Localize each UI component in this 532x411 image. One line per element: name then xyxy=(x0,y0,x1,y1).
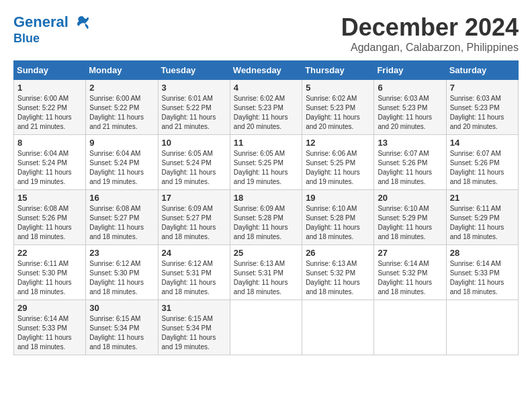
day-info: Sunrise: 6:03 AM Sunset: 5:23 PM Dayligh… xyxy=(378,94,442,132)
month-title: December 2024 xyxy=(341,13,519,42)
day-info: Sunrise: 6:07 AM Sunset: 5:26 PM Dayligh… xyxy=(450,149,515,187)
calendar-week-5: 29Sunrise: 6:14 AM Sunset: 5:33 PM Dayli… xyxy=(14,300,519,355)
day-info: Sunrise: 6:10 AM Sunset: 5:28 PM Dayligh… xyxy=(306,204,370,242)
calendar-cell: 3Sunrise: 6:01 AM Sunset: 5:22 PM Daylig… xyxy=(158,80,230,135)
day-number: 26 xyxy=(306,248,370,258)
calendar-cell: 23Sunrise: 6:12 AM Sunset: 5:30 PM Dayli… xyxy=(86,245,158,300)
day-info: Sunrise: 6:02 AM Sunset: 5:23 PM Dayligh… xyxy=(306,94,370,132)
day-info: Sunrise: 6:12 AM Sunset: 5:31 PM Dayligh… xyxy=(162,259,226,297)
day-header-friday: Friday xyxy=(374,61,446,80)
day-number: 10 xyxy=(162,138,226,148)
day-info: Sunrise: 6:00 AM Sunset: 5:22 PM Dayligh… xyxy=(89,94,154,132)
day-info: Sunrise: 6:15 AM Sunset: 5:34 PM Dayligh… xyxy=(162,314,226,352)
calendar-cell: 11Sunrise: 6:05 AM Sunset: 5:25 PM Dayli… xyxy=(230,135,302,190)
day-number: 30 xyxy=(89,303,154,313)
calendar-cell: 6Sunrise: 6:03 AM Sunset: 5:23 PM Daylig… xyxy=(374,80,446,135)
calendar-cell: 27Sunrise: 6:14 AM Sunset: 5:32 PM Dayli… xyxy=(374,245,446,300)
day-number: 3 xyxy=(162,83,226,93)
day-number: 12 xyxy=(306,138,370,148)
day-number: 7 xyxy=(450,83,515,93)
day-info: Sunrise: 6:10 AM Sunset: 5:29 PM Dayligh… xyxy=(378,204,442,242)
day-header-tuesday: Tuesday xyxy=(158,61,230,80)
day-info: Sunrise: 6:12 AM Sunset: 5:30 PM Dayligh… xyxy=(89,259,154,297)
day-number: 14 xyxy=(450,138,515,148)
calendar-cell: 21Sunrise: 6:11 AM Sunset: 5:29 PM Dayli… xyxy=(446,190,518,245)
calendar-cell: 19Sunrise: 6:10 AM Sunset: 5:28 PM Dayli… xyxy=(302,190,374,245)
day-header-wednesday: Wednesday xyxy=(230,61,302,80)
calendar-cell: 30Sunrise: 6:15 AM Sunset: 5:34 PM Dayli… xyxy=(86,300,158,355)
calendar-cell: 28Sunrise: 6:14 AM Sunset: 5:33 PM Dayli… xyxy=(446,245,518,300)
day-info: Sunrise: 6:08 AM Sunset: 5:27 PM Dayligh… xyxy=(89,204,154,242)
day-info: Sunrise: 6:07 AM Sunset: 5:26 PM Dayligh… xyxy=(378,149,442,187)
calendar-cell: 4Sunrise: 6:02 AM Sunset: 5:23 PM Daylig… xyxy=(230,80,302,135)
day-info: Sunrise: 6:05 AM Sunset: 5:24 PM Dayligh… xyxy=(162,149,226,187)
day-info: Sunrise: 6:05 AM Sunset: 5:25 PM Dayligh… xyxy=(234,149,298,187)
calendar-cell: 2Sunrise: 6:00 AM Sunset: 5:22 PM Daylig… xyxy=(86,80,158,135)
day-header-monday: Monday xyxy=(86,61,158,80)
day-number: 29 xyxy=(17,303,82,313)
day-number: 9 xyxy=(89,138,154,148)
day-number: 17 xyxy=(162,193,226,203)
calendar-cell: 10Sunrise: 6:05 AM Sunset: 5:24 PM Dayli… xyxy=(158,135,230,190)
day-number: 16 xyxy=(89,193,154,203)
day-number: 21 xyxy=(450,193,515,203)
location: Agdangan, Calabarzon, Philippines xyxy=(341,42,519,54)
day-number: 27 xyxy=(378,248,442,258)
day-info: Sunrise: 6:00 AM Sunset: 5:22 PM Dayligh… xyxy=(17,94,82,132)
day-number: 19 xyxy=(306,193,370,203)
calendar-cell xyxy=(446,300,518,355)
calendar-cell: 7Sunrise: 6:03 AM Sunset: 5:23 PM Daylig… xyxy=(446,80,518,135)
day-number: 11 xyxy=(234,138,298,148)
day-header-sunday: Sunday xyxy=(14,61,86,80)
calendar-cell: 8Sunrise: 6:04 AM Sunset: 5:24 PM Daylig… xyxy=(14,135,86,190)
day-number: 13 xyxy=(378,138,442,148)
calendar-header-row: SundayMondayTuesdayWednesdayThursdayFrid… xyxy=(14,61,519,80)
calendar-cell: 13Sunrise: 6:07 AM Sunset: 5:26 PM Dayli… xyxy=(374,135,446,190)
day-info: Sunrise: 6:01 AM Sunset: 5:22 PM Dayligh… xyxy=(162,94,226,132)
day-info: Sunrise: 6:14 AM Sunset: 5:33 PM Dayligh… xyxy=(450,259,515,297)
day-header-thursday: Thursday xyxy=(302,61,374,80)
day-number: 1 xyxy=(17,83,82,93)
calendar-cell xyxy=(302,300,374,355)
day-number: 15 xyxy=(17,193,82,203)
day-number: 25 xyxy=(234,248,298,258)
day-info: Sunrise: 6:04 AM Sunset: 5:24 PM Dayligh… xyxy=(17,149,82,187)
calendar-cell: 22Sunrise: 6:11 AM Sunset: 5:30 PM Dayli… xyxy=(14,245,86,300)
day-info: Sunrise: 6:09 AM Sunset: 5:28 PM Dayligh… xyxy=(234,204,298,242)
calendar-week-1: 1Sunrise: 6:00 AM Sunset: 5:22 PM Daylig… xyxy=(14,80,519,135)
day-info: Sunrise: 6:15 AM Sunset: 5:34 PM Dayligh… xyxy=(89,314,154,352)
calendar-cell: 25Sunrise: 6:13 AM Sunset: 5:31 PM Dayli… xyxy=(230,245,302,300)
calendar-cell: 20Sunrise: 6:10 AM Sunset: 5:29 PM Dayli… xyxy=(374,190,446,245)
calendar-cell: 12Sunrise: 6:06 AM Sunset: 5:25 PM Dayli… xyxy=(302,135,374,190)
calendar-cell: 14Sunrise: 6:07 AM Sunset: 5:26 PM Dayli… xyxy=(446,135,518,190)
calendar-cell: 24Sunrise: 6:12 AM Sunset: 5:31 PM Dayli… xyxy=(158,245,230,300)
calendar-week-3: 15Sunrise: 6:08 AM Sunset: 5:26 PM Dayli… xyxy=(14,190,519,245)
day-info: Sunrise: 6:14 AM Sunset: 5:32 PM Dayligh… xyxy=(378,259,442,297)
calendar-cell: 26Sunrise: 6:13 AM Sunset: 5:32 PM Dayli… xyxy=(302,245,374,300)
day-info: Sunrise: 6:11 AM Sunset: 5:29 PM Dayligh… xyxy=(450,204,515,242)
day-info: Sunrise: 6:13 AM Sunset: 5:31 PM Dayligh… xyxy=(234,259,298,297)
day-number: 2 xyxy=(89,83,154,93)
calendar-cell: 31Sunrise: 6:15 AM Sunset: 5:34 PM Dayli… xyxy=(158,300,230,355)
calendar-cell: 18Sunrise: 6:09 AM Sunset: 5:28 PM Dayli… xyxy=(230,190,302,245)
day-info: Sunrise: 6:08 AM Sunset: 5:26 PM Dayligh… xyxy=(17,204,82,242)
day-info: Sunrise: 6:03 AM Sunset: 5:23 PM Dayligh… xyxy=(450,94,515,132)
logo-blue-text: Blue xyxy=(13,32,93,46)
calendar-cell: 9Sunrise: 6:04 AM Sunset: 5:24 PM Daylig… xyxy=(86,135,158,190)
day-number: 18 xyxy=(234,193,298,203)
calendar-cell: 1Sunrise: 6:00 AM Sunset: 5:22 PM Daylig… xyxy=(14,80,86,135)
day-info: Sunrise: 6:04 AM Sunset: 5:24 PM Dayligh… xyxy=(89,149,154,187)
calendar-week-2: 8Sunrise: 6:04 AM Sunset: 5:24 PM Daylig… xyxy=(14,135,519,190)
day-number: 6 xyxy=(378,83,442,93)
day-info: Sunrise: 6:11 AM Sunset: 5:30 PM Dayligh… xyxy=(17,259,82,297)
day-number: 22 xyxy=(17,248,82,258)
calendar-cell: 17Sunrise: 6:09 AM Sunset: 5:27 PM Dayli… xyxy=(158,190,230,245)
day-info: Sunrise: 6:06 AM Sunset: 5:25 PM Dayligh… xyxy=(306,149,370,187)
logo-text: General xyxy=(13,13,93,32)
calendar-cell xyxy=(374,300,446,355)
day-number: 23 xyxy=(89,248,154,258)
calendar-week-4: 22Sunrise: 6:11 AM Sunset: 5:30 PM Dayli… xyxy=(14,245,519,300)
calendar-cell: 5Sunrise: 6:02 AM Sunset: 5:23 PM Daylig… xyxy=(302,80,374,135)
day-number: 24 xyxy=(162,248,226,258)
title-block: December 2024 Agdangan, Calabarzon, Phil… xyxy=(341,13,519,54)
